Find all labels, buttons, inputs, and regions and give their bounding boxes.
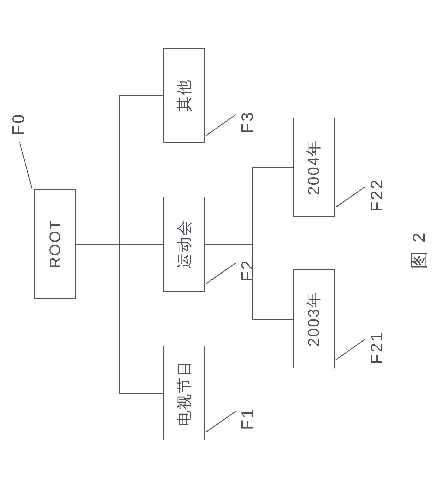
leader-f0 [19,142,33,189]
conn-drop-f1 [119,393,163,394]
conn-drop-f3 [119,95,163,96]
conn-bus-2 [252,167,253,320]
leader-f2 [206,263,236,284]
label-f1: F1 [238,407,257,430]
conn-drop-f22 [252,167,293,168]
node-root-text: ROOT [46,219,64,268]
node-f1: 电视节目 [163,345,205,440]
label-f22: F22 [367,178,386,212]
node-f3: 其他 [163,48,205,143]
node-f3-text: 其他 [174,79,194,112]
node-f1-text: 电视节目 [174,360,194,426]
node-f21-text: 2003年 [304,291,324,347]
node-f2: 运动会 [163,197,205,291]
leader-f1 [206,411,236,432]
node-f21: 2003年 [293,269,335,368]
leader-f3 [206,114,236,136]
label-f3: F3 [238,110,257,133]
leader-f21 [335,339,366,360]
node-f22: 2004年 [293,118,335,217]
label-f2: F2 [238,259,257,282]
conn-drop-f21 [252,319,293,320]
conn-root-stem [75,244,119,245]
node-f22-text: 2004年 [304,139,324,195]
node-f2-text: 运动会 [174,219,194,269]
label-f0: F0 [8,113,28,135]
node-root: ROOT [34,189,76,299]
conn-f2-stem [204,244,252,245]
label-f21: F21 [367,331,386,364]
conn-drop-f2 [119,244,163,245]
figure-caption: 图 2 [407,231,431,269]
leader-f22 [335,186,366,208]
